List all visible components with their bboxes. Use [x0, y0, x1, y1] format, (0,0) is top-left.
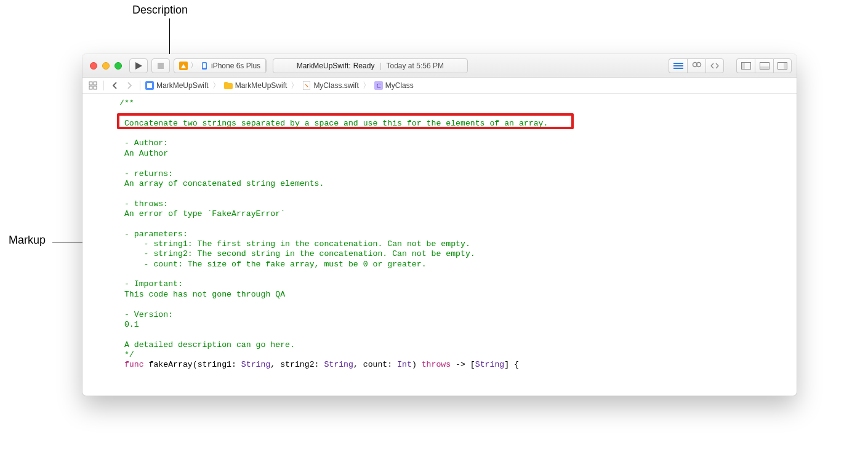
svg-rect-11 [741, 62, 744, 69]
comment-open: /** [119, 98, 134, 108]
assistant-editor-icon [692, 62, 702, 70]
toggle-debug-area-button[interactable] [755, 58, 773, 73]
comment-param2: - string2: The second string in the conc… [119, 249, 475, 258]
svg-rect-13 [760, 66, 769, 69]
type-string2: String [324, 360, 353, 369]
fn-signature-arrow: -> [ [451, 360, 475, 369]
activity-project: MarkMeUpSwift: [297, 62, 351, 70]
jump-bar: MarkMeUpSwift 〉 MarkMeUpSwift 〉 MyClass.… [82, 78, 797, 94]
type-return: String [475, 360, 504, 369]
divider [140, 81, 140, 90]
project-icon [145, 81, 154, 90]
fn-signature-part4: ) [412, 360, 422, 369]
comment-author-value: An Author [119, 149, 168, 158]
comment-parameters-tag: - parameters: [119, 229, 188, 239]
traffic-lights [90, 62, 122, 70]
folder-icon [224, 81, 233, 90]
panel-toggle-group [736, 58, 792, 73]
comment-important-value: This code has not gone through QA [119, 290, 285, 299]
annotation-markup-label: Markup [9, 234, 46, 247]
activity-view[interactable]: MarkMeUpSwift: Ready | Today at 5:56 PM [273, 58, 467, 73]
svg-text:C: C [376, 82, 380, 89]
utilities-panel-icon [778, 62, 787, 70]
xcode-window: 〉 iPhone 6s Plus MarkMeUpSwift: Ready | … [82, 54, 797, 396]
comment-returns-tag: - returns: [119, 169, 173, 178]
window-zoom-button[interactable] [115, 62, 122, 70]
chevron-right-icon: 〉 [291, 80, 299, 91]
device-iphone-icon [200, 62, 209, 70]
svg-rect-18 [89, 86, 92, 89]
related-items-button[interactable] [86, 79, 100, 92]
svg-rect-16 [89, 82, 92, 85]
breadcrumb-project-label: MarkMeUpSwift [156, 81, 209, 90]
svg-rect-1 [158, 63, 164, 69]
activity-time: Today at 5:56 PM [387, 62, 444, 70]
target-app-icon [179, 62, 188, 70]
standard-editor-icon [673, 62, 683, 70]
scheme-selector[interactable]: 〉 iPhone 6s Plus [174, 58, 267, 73]
comment-returns-value: An array of concatenated string elements… [119, 179, 324, 188]
window-close-button[interactable] [90, 62, 97, 70]
breadcrumb-symbol-label: MyClass [385, 81, 414, 90]
type-string1: String [241, 360, 270, 369]
svg-rect-15 [784, 62, 787, 69]
scheme-device-label: iPhone 6s Plus [211, 62, 260, 70]
run-button[interactable] [129, 58, 148, 73]
annotation-description-label: Description [132, 4, 188, 17]
fn-signature-part2: , string2: [270, 360, 324, 369]
version-editor-button[interactable] [705, 58, 724, 73]
class-symbol-icon: C [374, 81, 383, 90]
comment-description: Concatenate two strings separated by a s… [119, 119, 548, 128]
breadcrumb-symbol[interactable]: C MyClass [373, 81, 415, 90]
go-forward-button[interactable] [123, 79, 136, 92]
version-editor-icon [710, 62, 720, 70]
activity-separator: | [379, 62, 381, 70]
titlebar: 〉 iPhone 6s Plus MarkMeUpSwift: Ready | … [82, 54, 797, 78]
chevron-right-icon: 〉 [212, 80, 220, 91]
breadcrumb-file[interactable]: MyClass.swift [301, 81, 360, 90]
divider [103, 81, 104, 90]
svg-rect-17 [94, 82, 97, 85]
breadcrumb-file-label: MyClass.swift [313, 81, 358, 90]
scheme-chevron-icon: 〉 [190, 60, 198, 71]
fn-signature-part3: , count: [353, 360, 397, 369]
comment-detail: A detailed description can go here. [119, 340, 295, 349]
window-minimize-button[interactable] [102, 62, 110, 70]
breadcrumb-folder-label: MarkMeUpSwift [235, 81, 287, 90]
comment-throws-tag: - throws: [119, 199, 168, 209]
svg-marker-0 [135, 62, 142, 70]
editor-mode-group [669, 58, 724, 73]
comment-version-tag: - Version: [119, 310, 173, 319]
comment-important-tag: - Important: [119, 279, 183, 289]
breadcrumb-folder[interactable]: MarkMeUpSwift [223, 81, 289, 90]
comment-param1: - string1: The first string in the conca… [119, 239, 470, 249]
swift-file-icon [302, 81, 311, 90]
navigator-panel-icon [741, 62, 751, 70]
comment-param3: - count: The size of the fake array, mus… [119, 260, 427, 269]
kw-func: func [124, 360, 144, 369]
go-back-button[interactable] [108, 79, 121, 92]
scheme-target[interactable]: 〉 iPhone 6s Plus [174, 59, 266, 73]
toggle-utilities-button[interactable] [773, 58, 792, 73]
fn-signature-part1: fakeArray(string1: [144, 360, 241, 369]
standard-editor-button[interactable] [669, 58, 687, 73]
stop-button[interactable] [151, 58, 170, 73]
comment-close: */ [119, 350, 134, 359]
comment-author-tag: - Author: [119, 138, 168, 148]
activity-status: Ready [353, 62, 375, 70]
chevron-left-icon [112, 82, 118, 89]
comment-version-value: 0.1 [119, 320, 139, 329]
kw-throws: throws [422, 360, 451, 369]
comment-throws-value: An error of type `FakeArrayError` [119, 209, 285, 218]
debug-panel-icon [760, 62, 770, 70]
fn-signature-brace: ] { [504, 360, 519, 369]
breadcrumb-project[interactable]: MarkMeUpSwift [144, 81, 210, 90]
related-items-icon [89, 81, 97, 90]
toggle-navigator-button[interactable] [736, 58, 755, 73]
assistant-editor-button[interactable] [687, 58, 705, 73]
svg-rect-21 [147, 83, 152, 88]
code-editor[interactable]: /** Concatenate two strings separated by… [82, 94, 797, 396]
chevron-right-icon: 〉 [363, 80, 371, 91]
svg-rect-19 [94, 86, 97, 89]
chevron-right-icon [127, 82, 132, 89]
